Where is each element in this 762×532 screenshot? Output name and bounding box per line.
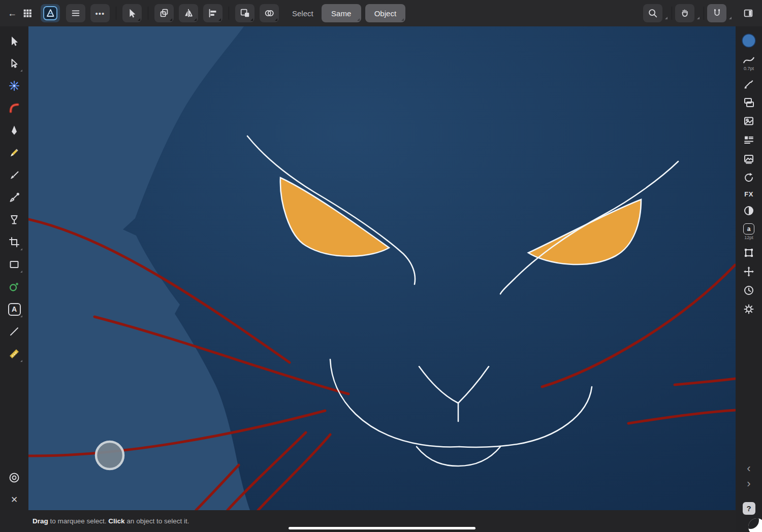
horizontal-scrollbar[interactable]: [289, 527, 475, 529]
gear-icon: [743, 303, 755, 315]
align-button[interactable]: [203, 4, 223, 22]
affinity-designer-app-button[interactable]: [41, 4, 60, 22]
more-options-button[interactable]: •••: [90, 4, 110, 22]
pencil-icon: [8, 147, 20, 159]
left-tool-column: A ✕: [0, 26, 28, 510]
color-picker-tool-button[interactable]: [6, 323, 23, 340]
rectangle-icon: [8, 258, 20, 271]
node-tool-button[interactable]: [6, 55, 23, 72]
duplicate-icon: [158, 8, 170, 19]
concentric-circle-icon: [8, 472, 20, 484]
transform-panel-button[interactable]: [741, 247, 757, 259]
effects-panel-button[interactable]: FX: [741, 190, 757, 198]
transform-studio-button[interactable]: [741, 172, 757, 184]
scroll-right-button[interactable]: ›: [741, 479, 757, 488]
document-settings-button[interactable]: [741, 303, 757, 315]
right-sidebar: 0.7pt: [736, 26, 762, 532]
move-arrows-icon: [743, 265, 755, 278]
fill-color-button[interactable]: [741, 34, 757, 48]
clock-icon: [743, 284, 755, 296]
character-panel-button[interactable]: a 12pt: [741, 223, 757, 240]
measure-tool-button[interactable]: [6, 345, 23, 362]
point-transform-tool-button[interactable]: [6, 77, 23, 94]
crop-icon: [8, 236, 20, 248]
drawing-canvas[interactable]: [28, 26, 736, 510]
crop-tool-button[interactable]: [6, 234, 23, 251]
shape-builder-icon: [8, 281, 20, 293]
quick-shape-indicator-button[interactable]: [0, 472, 28, 484]
back-button[interactable]: ←: [5, 4, 19, 22]
panel-icon: [743, 8, 754, 19]
stroke-curve-icon: [742, 54, 755, 65]
help-icon: ?: [743, 502, 755, 515]
stock-panel-button[interactable]: [741, 153, 757, 165]
close-tools-button[interactable]: ✕: [0, 495, 28, 504]
image-frame-icon: [743, 153, 755, 165]
select-same-button[interactable]: Same: [322, 4, 361, 22]
rectangle-tool-button[interactable]: [6, 256, 23, 273]
top-toolbar: ← •••: [0, 0, 762, 26]
stroke-panel-button[interactable]: 0.7pt: [741, 54, 757, 71]
magnifier-icon: [647, 8, 658, 19]
zoom-tool-button[interactable]: [643, 4, 662, 22]
corner-icon: [8, 102, 20, 114]
insert-inside-button[interactable]: [235, 4, 255, 22]
fx-icon: FX: [744, 190, 753, 198]
rotate-icon: [743, 172, 755, 184]
text-styles-panel-button[interactable]: [741, 134, 757, 146]
adjustment-image-icon: [743, 115, 755, 127]
vector-brush-tool-button[interactable]: [6, 189, 23, 206]
pen-tool-button[interactable]: [6, 122, 23, 139]
menu-button[interactable]: [66, 4, 85, 22]
shape-builder-tool-button[interactable]: [6, 278, 23, 295]
duplicate-button[interactable]: [154, 4, 174, 22]
canvas-artwork: [28, 26, 736, 510]
select-same-tool-button[interactable]: [260, 4, 279, 22]
contrast-icon: [743, 205, 755, 217]
scroll-left-button[interactable]: ‹: [741, 464, 757, 473]
pencil-tool-button[interactable]: [6, 144, 23, 161]
corner-tool-button[interactable]: [6, 99, 23, 117]
dark-mode-toggle-button[interactable]: [748, 518, 762, 532]
blend-mode-button[interactable]: [741, 205, 757, 217]
snapping-button[interactable]: [707, 4, 726, 22]
styles-list-icon: [743, 134, 755, 146]
toolbar-separator: [116, 7, 116, 20]
flip-horizontal-button[interactable]: [179, 4, 198, 22]
touch-indicator: [96, 442, 123, 469]
eyedropper-icon: [8, 325, 20, 338]
arrange-panel-button[interactable]: [741, 265, 757, 278]
fill-gradient-icon: [8, 214, 20, 226]
toolbar-separator: [672, 7, 672, 20]
pen-nib-icon: [8, 124, 20, 137]
point-transform-icon: [8, 80, 20, 92]
align-left-icon: [207, 8, 218, 19]
paint-brush-tool-button[interactable]: [6, 167, 23, 184]
zoom-flyout-button[interactable]: [662, 4, 669, 22]
select-object-button[interactable]: Object: [365, 4, 405, 22]
ellipsis-icon: •••: [96, 9, 105, 18]
stroke-width-label: 0.7pt: [744, 66, 754, 71]
hand-tool-button[interactable]: [675, 4, 694, 22]
select-label: Select: [292, 9, 313, 18]
home-grid-button[interactable]: [19, 4, 36, 22]
layers-panel-button[interactable]: [741, 96, 757, 109]
help-button[interactable]: ?: [741, 502, 757, 515]
text-tool-button[interactable]: A: [6, 301, 23, 318]
overlapping-circles-icon: [264, 8, 275, 19]
adjustments-panel-button[interactable]: [741, 115, 757, 127]
brush-icon: [8, 169, 20, 181]
brushes-panel-button[interactable]: [741, 78, 757, 90]
panels-toggle-button[interactable]: [740, 4, 757, 22]
add-object-icon: [239, 8, 250, 19]
hand-flyout-button[interactable]: [694, 4, 701, 22]
move-tool-button[interactable]: [6, 32, 23, 50]
toolbar-separator: [229, 7, 229, 20]
vector-brush-icon: [8, 191, 20, 204]
fill-tool-button[interactable]: [6, 211, 23, 228]
history-panel-button[interactable]: [741, 284, 757, 296]
snapping-flyout-button[interactable]: [726, 4, 733, 22]
back-icon: ←: [8, 9, 17, 18]
flip-horizontal-icon: [183, 8, 194, 19]
select-tool-button[interactable]: [122, 4, 142, 22]
